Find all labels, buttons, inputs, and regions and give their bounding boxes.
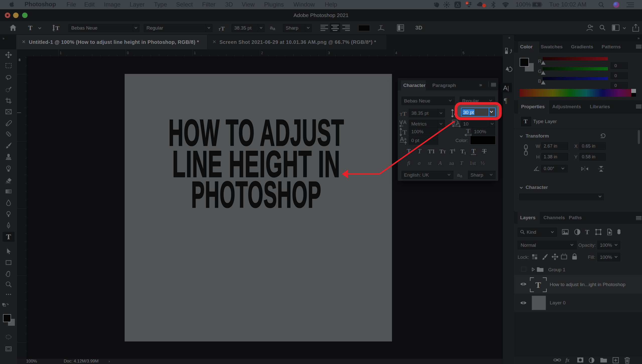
- svg-text:A: A: [400, 136, 404, 143]
- svg-text:T: T: [439, 148, 443, 155]
- svg-text:1: 1: [464, 151, 466, 155]
- svg-text:A: A: [403, 119, 407, 125]
- svg-text:T: T: [535, 280, 541, 290]
- svg-text:T: T: [407, 148, 411, 155]
- svg-text:a: a: [404, 137, 407, 141]
- svg-text:T: T: [460, 148, 464, 155]
- svg-text:T: T: [450, 148, 454, 155]
- svg-text:T: T: [418, 148, 422, 155]
- svg-text:A: A: [456, 120, 460, 126]
- svg-text:V: V: [452, 120, 456, 125]
- svg-text:TT: TT: [428, 148, 434, 155]
- svg-text:T: T: [443, 150, 446, 154]
- svg-text:T: T: [471, 148, 476, 155]
- svg-text:T: T: [403, 129, 407, 136]
- svg-text:A: A: [454, 110, 457, 116]
- svg-text:1: 1: [454, 148, 455, 152]
- svg-text:T: T: [466, 128, 470, 135]
- svg-text:1: 1: [466, 2, 467, 5]
- svg-text:T: T: [55, 25, 59, 31]
